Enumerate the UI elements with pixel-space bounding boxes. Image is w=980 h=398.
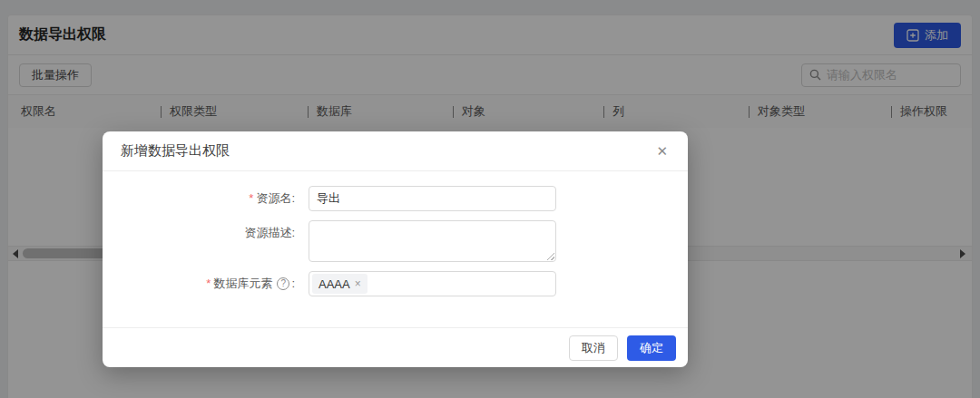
form-row-resource-description: 资源描述 : <box>103 220 688 262</box>
resource-name-input[interactable] <box>309 186 556 211</box>
form-row-resource-name: * 资源名 : <box>103 186 688 211</box>
resource-description-label: 资源描述 : <box>103 220 309 246</box>
database-elements-label: * 数据库元素 ? : <box>103 271 309 296</box>
dialog-footer: 取消 确定 <box>103 327 688 367</box>
resource-name-label: * 资源名 : <box>103 186 309 211</box>
required-mark: * <box>206 271 211 296</box>
tag-label: AAAA <box>318 277 350 291</box>
dialog-title: 新增数据导出权限 <box>121 142 230 160</box>
dialog-body: * 资源名 : 资源描述 : * 数据库元素 ? : <box>103 171 688 327</box>
required-mark: * <box>249 186 253 211</box>
resource-description-textarea[interactable] <box>309 220 556 262</box>
confirm-button[interactable]: 确定 <box>627 335 676 361</box>
add-export-permission-dialog: 新增数据导出权限 ✕ * 资源名 : 资源描述 : * 数据库 <box>103 131 688 367</box>
close-icon[interactable]: ✕ <box>654 142 670 160</box>
help-question-icon[interactable]: ? <box>277 277 289 290</box>
tag-remove-icon[interactable]: × <box>355 278 361 289</box>
cancel-button[interactable]: 取消 <box>569 335 618 361</box>
form-row-database-elements: * 数据库元素 ? : AAAA × <box>103 271 688 296</box>
database-elements-input[interactable]: AAAA × <box>309 271 556 296</box>
selected-tag: AAAA × <box>312 274 368 294</box>
dialog-header: 新增数据导出权限 ✕ <box>103 131 688 171</box>
